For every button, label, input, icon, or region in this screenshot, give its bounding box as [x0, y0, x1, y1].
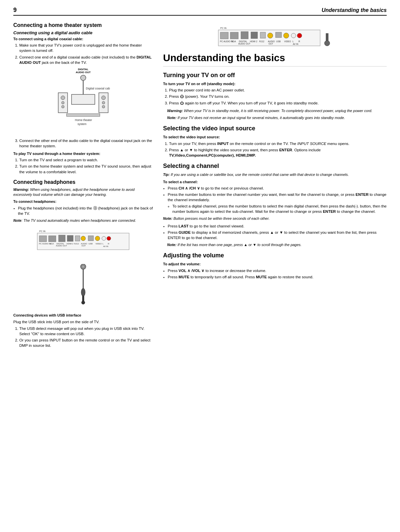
svg-rect-21	[59, 235, 65, 242]
svg-point-36	[107, 236, 111, 240]
usb-text: Plug the USB stick into USB port on the …	[13, 319, 153, 325]
svg-point-10	[102, 101, 105, 104]
svg-text:VGA: VGA	[50, 243, 54, 245]
header-title: Understanding the basics	[321, 7, 387, 13]
svg-rect-26	[75, 236, 80, 241]
svg-text:VIDEO: VIDEO	[96, 243, 102, 245]
svg-rect-55	[251, 32, 258, 39]
volume-bullet-2: Press MUTE to temporarily turn off all s…	[168, 274, 387, 280]
svg-text:AV IN: AV IN	[293, 43, 299, 45]
svg-text:OUT: OUT	[82, 245, 86, 247]
usb-section: Connecting devices with USB interface Pl…	[13, 313, 153, 348]
tv-power-label: To turn your TV on or off (standby mode)…	[163, 81, 387, 86]
channel-note-btn: Note: Button presses must be within thre…	[163, 216, 387, 221]
coaxial-label: To connect using a digital coaxial cable…	[13, 37, 153, 42]
connector-svg-small: PC IN PC AUDIO IN VGA DIGITAL AUDIO OUT	[37, 226, 130, 260]
home-theater-title: Connecting a home theater system	[13, 22, 153, 28]
video-input-section: Selecting the video input source To sele…	[163, 125, 387, 158]
svg-rect-48	[220, 32, 228, 39]
channel-section: Selecting a channel Tip: If you are usin…	[163, 163, 387, 247]
audio-diagram-svg: Digital coaxial cable	[57, 74, 110, 134]
play-tv-steps: Turn on the TV and select a program to w…	[13, 157, 153, 174]
channel-bullets2: Press LAST to go to the last channel vie…	[163, 223, 387, 240]
svg-text:VIDEO: VIDEO	[284, 40, 291, 43]
channel-tip: Tip: If you are using a cable or satelli…	[163, 172, 387, 177]
svg-text:HDMI 2: HDMI 2	[250, 40, 257, 43]
svg-text:RJ12: RJ12	[74, 243, 79, 245]
svg-point-6	[62, 101, 64, 104]
video-input-step-2: Press ▲ or ▼ to highlight the video sour…	[169, 147, 387, 158]
tv-power-warning: Warning: When your TV is in standby mode…	[163, 108, 387, 113]
tv-power-section: Turning your TV on or off To turn your T…	[163, 72, 387, 120]
headphones-warning: Warning: When using headphones, adjust t…	[13, 187, 153, 198]
svg-point-35	[102, 236, 106, 240]
usb-steps: The USB detect message will pop out when…	[13, 326, 153, 348]
left-column: Connecting a home theater system Connect…	[13, 22, 153, 353]
play-tv-step-2: Turn on the home theater system and sele…	[19, 164, 153, 174]
usb-bold-label: Connecting devices with USB interface	[13, 313, 153, 318]
coaxial-steps-cont: Connect the other end of the audio cable…	[13, 138, 153, 149]
svg-point-5	[61, 96, 65, 100]
volume-bullets: Press VOL ∧ /VOL ∨ to increase or decrea…	[163, 268, 387, 280]
right-column: PC IN PC AUDIO IN VGA DIGITAL AUDIO OUT …	[163, 22, 387, 353]
svg-text:PC IN: PC IN	[39, 230, 46, 232]
svg-text:PC IN: PC IN	[220, 27, 227, 29]
svg-text:HDMI 2: HDMI 2	[67, 243, 74, 245]
svg-point-45	[82, 266, 84, 268]
audio-diagram: DIGITAL AUDIO OUT Digital coaxial cable	[13, 68, 153, 135]
coaxial-step-2: Connect one end of a digital coaxial aud…	[19, 55, 153, 65]
page-header: 9 Understanding the basics	[13, 7, 387, 16]
usb-step-1: The USB detect message will pop out when…	[19, 326, 153, 336]
plug-icon-svg	[322, 33, 332, 47]
svg-text:R: R	[108, 243, 109, 245]
svg-rect-3	[72, 94, 95, 104]
tv-power-title: Turning your TV on or off	[163, 72, 387, 79]
svg-text:USB: USB	[89, 243, 93, 245]
headphones-section: Connecting headphones Warning: When usin…	[13, 179, 153, 309]
svg-point-7	[62, 105, 64, 108]
connect-headphones-label: To connect headphones:	[13, 199, 153, 204]
svg-point-59	[268, 33, 273, 38]
svg-text:DIGITAL: DIGITAL	[239, 40, 247, 43]
svg-point-28	[81, 236, 86, 241]
channel-title: Selecting a channel	[163, 163, 387, 170]
svg-text:VGA: VGA	[231, 40, 236, 43]
digital-audio-subtitle: Connecting using a digital audio cable	[13, 30, 153, 35]
connector-diagram-top: PC IN PC AUDIO IN VGA DIGITAL AUDIO OUT …	[163, 25, 387, 48]
svg-text:Digital coaxial cable: Digital coaxial cable	[86, 87, 110, 90]
coaxial-steps: Make sure that your TV's power cord is u…	[13, 43, 153, 65]
home-theater-section: Connecting a home theater system Connect…	[13, 22, 153, 175]
channel-sub-bullet-1: To select a digital channel, press the n…	[172, 203, 387, 214]
svg-point-67	[297, 33, 302, 38]
svg-point-43	[82, 301, 85, 304]
headphones-bullet-1: Plug the headphones (not included) into …	[18, 205, 153, 216]
svg-point-66	[291, 33, 296, 38]
svg-point-72	[324, 41, 330, 46]
svg-rect-62	[276, 32, 282, 38]
svg-rect-24	[67, 235, 73, 241]
video-input-step-1: Turn on your TV, then press INPUT on the…	[169, 141, 387, 146]
svg-text:OUT: OUT	[269, 43, 273, 45]
video-input-title: Selecting the video input source	[163, 125, 387, 132]
svg-text:L: L	[293, 40, 294, 43]
channel-label: To select a channel:	[163, 180, 387, 185]
page: 9 Understanding the basics Connecting a …	[0, 0, 400, 532]
video-input-steps: Turn on your TV, then press INPUT on the…	[163, 141, 387, 158]
svg-rect-57	[260, 32, 266, 38]
channel-bullet-1: Press CH ∧ /CH ∨ to go to the next or pr…	[168, 186, 387, 191]
channel-bullets: Press CH ∧ /CH ∨ to go to the next or pr…	[163, 186, 387, 214]
svg-text:AUDIO OUT: AUDIO OUT	[238, 43, 250, 45]
play-tv-label: To play TV sound through a home theater …	[13, 151, 153, 156]
svg-rect-50	[230, 32, 238, 39]
svg-point-11	[102, 105, 105, 108]
coaxial-step-1: Make sure that your TV's power cord is u…	[19, 43, 153, 53]
tv-power-step-3: Press ⏻ again to turn off your TV. When …	[169, 100, 387, 106]
tv-power-step-1: Plug the power cord into an AC power out…	[169, 87, 387, 93]
tv-power-step-2: Press ⏻ (power). Your TV turns on.	[169, 94, 387, 99]
volume-bullet-1: Press VOL ∧ /VOL ∨ to increase or decrea…	[168, 268, 387, 273]
channel-note2: Note: If the list has more than one page…	[163, 242, 387, 247]
headphone-svg	[70, 264, 97, 307]
page-number: 9	[13, 7, 17, 14]
headphones-note: Note: The TV sound automatically mutes w…	[13, 218, 153, 223]
svg-text:PC AUDIO IN: PC AUDIO IN	[39, 243, 51, 245]
